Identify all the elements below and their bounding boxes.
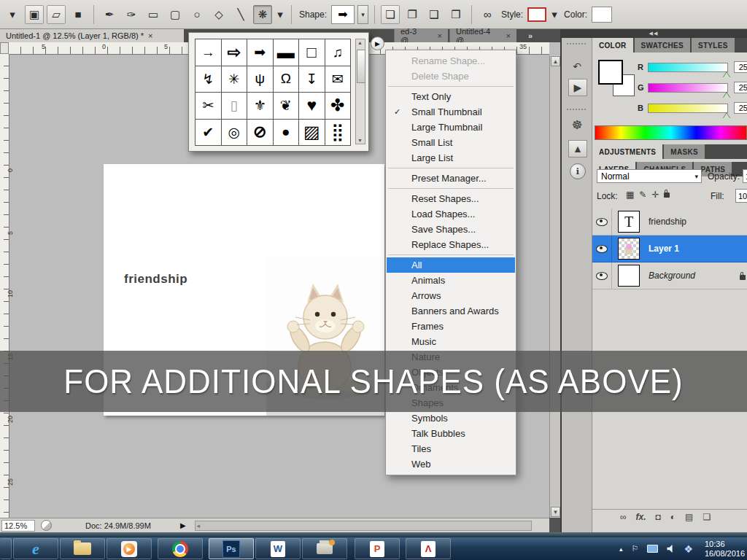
tray-expand-icon[interactable]: ▴ [619,545,623,553]
fill-pixels-button[interactable]: ■ [69,5,88,24]
shape-scissors[interactable]: ✂ [196,93,221,119]
lock-paint-icon[interactable]: ✎ [639,190,646,200]
custom-shape-tool-button[interactable]: ❋ [253,5,272,24]
menu-item-music[interactable]: Music [387,334,515,349]
info-panel-icon[interactable]: ℹ [570,163,586,179]
actions-panel-icon[interactable]: ▶ [568,79,587,96]
shape-arrow-outline[interactable]: ⇨ [222,39,247,66]
menu-item-animals[interactable]: Animals [387,273,515,288]
rounded-rectangle-tool-button[interactable]: ▢ [166,5,185,24]
tab-untitled-1[interactable]: Untitled-1 @ 12.5% (Layer 1, RGB/8) * × [0,29,184,42]
scroll-left-icon[interactable]: ◂ [197,521,201,530]
color-ramp[interactable] [595,125,747,140]
close-icon[interactable]: × [438,31,442,40]
shape-banner[interactable]: ▬ [274,39,299,66]
zoom-level-field[interactable]: 12.5% [1,520,35,532]
shape-light-bulb[interactable]: Ω [274,66,299,93]
tab-overflow-chevron[interactable]: » [522,29,551,42]
layer-name[interactable]: Layer 1 [649,244,679,254]
shape-tools-caret-icon[interactable]: ▾ [275,5,285,24]
blend-mode-select[interactable]: Normal ▾ [597,169,702,183]
ellipse-tool-button[interactable]: ○ [187,5,206,24]
menu-item-tiles[interactable]: Tiles [387,441,515,456]
taskbar-item-adobe-reader[interactable]: Λ [406,538,451,559]
scroll-up-icon[interactable]: ▲ [357,40,363,45]
shape-diagonal-tile[interactable]: ▨ [299,120,325,146]
layer-row-background[interactable]: Background [592,262,747,289]
history-panel-icon[interactable]: ↶ [568,58,586,74]
taskbar-item-internet-explorer[interactable]: e [13,538,58,559]
shape-arrow-thin[interactable]: → [196,39,221,66]
shape-checkmark[interactable]: ✔ [196,120,221,146]
navigator-panel-icon[interactable]: ☸ [568,117,586,133]
taskbar-item-photoshop[interactable]: Ps [209,538,254,559]
red-slider[interactable] [648,63,728,72]
new-layer-icon[interactable]: ❏ [703,512,711,522]
blue-value-field[interactable]: 255 [734,102,747,114]
shape-frame[interactable]: □ [299,39,325,66]
link-layers-icon[interactable]: ∞ [620,512,627,522]
close-icon[interactable]: × [148,31,152,40]
style-swatch[interactable] [527,7,546,22]
eye-box[interactable] [592,262,612,289]
shape-lightning[interactable]: ↯ [196,66,221,93]
menu-item-frames[interactable]: Frames [387,319,515,334]
status-menu-arrow-icon[interactable]: ▶ [180,521,186,529]
shape-heart[interactable]: ♥ [299,93,325,119]
taskbar-item-word[interactable]: W [255,538,301,559]
color-swatch[interactable] [592,7,612,23]
green-slider[interactable] [648,83,728,93]
text-layer-thumbnail[interactable]: T [618,211,640,233]
taskbar-item-chrome[interactable] [158,538,203,559]
combine-add-button[interactable]: ❏ [381,5,400,24]
menu-item-arrows[interactable]: Arrows [387,288,515,303]
combine-intersect-button[interactable]: ❑ [425,5,444,24]
shape-grass[interactable]: ψ [247,66,273,93]
opacity-field[interactable]: 100% [743,169,747,183]
dock-grip[interactable] [566,108,587,111]
menu-item-banners-and-awards[interactable]: Banners and Awards [387,303,515,319]
shape-fleur-de-lis[interactable]: ⚜ [247,93,273,119]
shape-puzzle-blob[interactable]: ✤ [325,93,351,119]
dropbox-icon[interactable]: ❖ [684,543,693,555]
tab-masks[interactable]: MASKS [664,144,705,159]
layer-name[interactable]: Background [649,271,695,281]
slider-thumb-icon[interactable] [723,72,730,78]
layer-name[interactable]: friendship [649,217,686,227]
menu-item-large-list[interactable]: Large List [387,150,515,166]
shape-picker-caret-button[interactable]: ▾ [357,5,368,24]
taskbar-item-explorer[interactable] [60,538,105,559]
shape-layers-button[interactable]: ▣ [25,5,44,24]
menu-item-replace-shapes[interactable]: Replace Shapes... [387,237,515,252]
menu-item-symbols[interactable]: Symbols [387,411,515,426]
tab-untitled-3[interactable]: ed-3 @... × [394,29,448,42]
picker-scrollbar[interactable]: ▲ ▼ [355,39,365,144]
polygon-tool-button[interactable]: ◇ [209,5,228,24]
shape-envelope[interactable]: ✉ [325,66,351,93]
close-icon[interactable]: × [506,31,511,40]
menu-item-small-list[interactable]: Small List [387,135,515,150]
layer-row-layer-1[interactable]: Layer 1 [592,236,747,262]
vertical-scrollbar[interactable]: ▲ ▼ [549,55,560,518]
horizontal-scrollbar[interactable]: ◂ [195,521,532,531]
menu-item-load-shapes[interactable]: Load Shapes... [387,206,515,222]
menu-item-reset-shapes[interactable]: Reset Shapes... [387,191,515,206]
scroll-up-icon[interactable]: ▲ [551,56,560,66]
shape-no-symbol[interactable]: ⊘ [247,120,273,146]
taskbar-item-media-player[interactable]: ▶ [107,538,152,559]
adjustment-layer-icon[interactable]: ◐ [670,512,676,522]
visibility-eye-icon[interactable] [596,218,608,226]
eye-box[interactable] [592,209,612,235]
speaker-icon[interactable] [667,545,675,553]
add-mask-icon[interactable]: ◘ [656,512,661,522]
layer-row-friendship[interactable]: T friendship [592,209,747,236]
layer-thumbnail[interactable] [618,238,640,260]
shape-paper[interactable]: ▯ [222,93,247,119]
shape-floral-ornament[interactable]: ❦ [274,93,299,119]
network-icon[interactable] [647,545,658,553]
rectangle-tool-button[interactable]: ▭ [144,5,163,24]
picker-flyout-button[interactable]: ▶ [371,36,384,50]
foreground-color-swatch[interactable] [598,60,623,85]
shape-speech-bubble[interactable]: ● [274,120,299,146]
tab-adjustments[interactable]: ADJUSTMENTS [592,144,662,159]
